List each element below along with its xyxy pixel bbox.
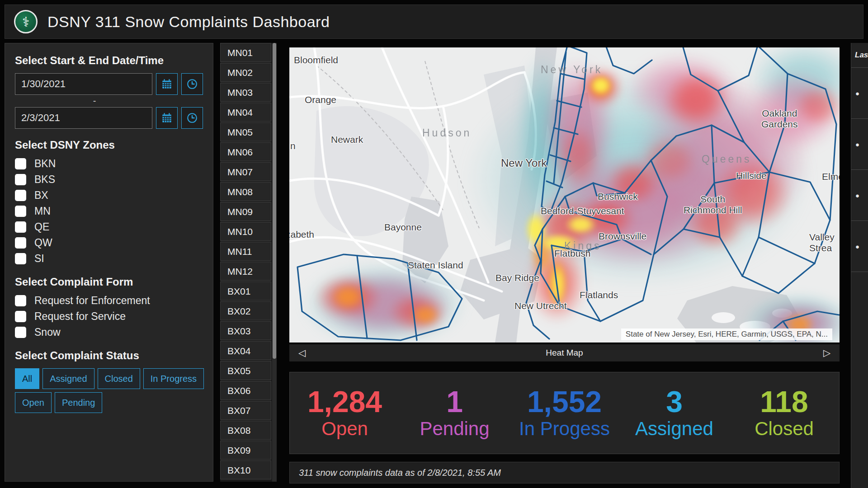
checkbox-icon[interactable] — [15, 295, 26, 306]
stat-value: 118 — [729, 386, 839, 418]
zone-checkbox-bx[interactable]: BX — [15, 189, 203, 202]
zone-checkbox-qe[interactable]: QE — [15, 221, 203, 233]
heat-map-viewport[interactable]: BloomfieldOrangeNewarknHudsonNew YorkBay… — [289, 47, 840, 343]
district-list-item-mn08[interactable]: MN08 — [220, 182, 271, 201]
next-map-arrow-icon[interactable]: ▷ — [818, 344, 836, 361]
district-list-item-mn12[interactable]: MN12 — [220, 262, 271, 281]
district-list-item-mn11[interactable]: MN11 — [220, 242, 271, 261]
checkbox-icon[interactable] — [15, 158, 26, 169]
checkbox-icon[interactable] — [15, 206, 26, 217]
zone-checkbox-bks[interactable]: BKS — [15, 174, 203, 186]
form-section-heading: Select Complaint Form — [15, 276, 203, 288]
status-button-closed[interactable]: Closed — [98, 368, 140, 389]
zone-label: QW — [34, 237, 52, 249]
checkbox-icon[interactable] — [15, 327, 26, 338]
map-label-bay-ridge: Bay Ridge — [495, 272, 539, 283]
form-checkbox-request-for-enforcement[interactable]: Request for Enforcement — [15, 295, 203, 307]
start-date-calendar-button[interactable] — [156, 73, 178, 95]
end-time-button[interactable] — [181, 107, 203, 129]
right-panel-row[interactable]: ● — [851, 68, 868, 119]
previous-map-arrow-icon[interactable]: ◁ — [293, 344, 311, 361]
checkbox-icon[interactable] — [15, 253, 26, 264]
zone-label: BX — [34, 189, 48, 202]
map-label-layer: BloomfieldOrangeNewarknHudsonNew YorkBay… — [289, 47, 840, 343]
checkbox-icon[interactable] — [15, 237, 26, 249]
status-button-all[interactable]: All — [15, 368, 39, 389]
start-time-button[interactable] — [181, 73, 203, 95]
district-list-item-bx02[interactable]: BX02 — [220, 301, 271, 320]
district-list-item-mn02[interactable]: MN02 — [220, 63, 271, 82]
right-panel-row[interactable]: ● — [851, 119, 868, 170]
date-range-separator: - — [15, 96, 174, 106]
stat-assigned: 3Assigned — [619, 386, 729, 440]
district-list-item-mn06[interactable]: MN06 — [220, 142, 271, 161]
bullet-icon: ● — [855, 89, 859, 97]
district-list-item-bx01[interactable]: BX01 — [220, 282, 271, 300]
district-list-item-bx09[interactable]: BX09 — [220, 441, 271, 460]
end-date-field-wrap — [15, 107, 152, 129]
start-date-input[interactable] — [15, 78, 152, 90]
checkbox-icon[interactable] — [15, 311, 26, 322]
status-button-group: AllAssignedClosedIn ProgressOpenPending — [15, 368, 205, 413]
end-date-input[interactable] — [15, 112, 152, 124]
district-list-item-bx04[interactable]: BX04 — [220, 341, 271, 360]
status-button-in-progress[interactable]: In Progress — [143, 368, 204, 389]
zone-checkbox-qw[interactable]: QW — [15, 237, 203, 249]
zone-checkbox-bkn[interactable]: BKN — [15, 158, 203, 170]
end-date-row — [15, 107, 203, 129]
right-cutoff-panel: Las ●●●● — [851, 43, 868, 488]
map-label-bloomfield: Bloomfield — [294, 55, 338, 66]
form-label: Request for Service — [34, 310, 126, 323]
district-list-item-mn04[interactable]: MN04 — [220, 103, 271, 122]
status-button-pending[interactable]: Pending — [55, 392, 102, 413]
district-list-scrollbar[interactable] — [272, 43, 277, 482]
stat-value: 1,552 — [509, 386, 619, 418]
checkbox-icon[interactable] — [15, 221, 26, 233]
end-date-calendar-button[interactable] — [156, 107, 178, 129]
scrollbar-thumb[interactable] — [273, 43, 276, 359]
map-label-queens: Queens — [702, 153, 752, 165]
right-panel-row[interactable]: ● — [851, 170, 868, 221]
map-label-oakland-gardens: Oakland Gardens — [761, 108, 798, 130]
form-label: Snow — [34, 326, 61, 338]
map-label-n: n — [290, 141, 296, 151]
stat-closed: 118Closed — [729, 386, 839, 440]
district-list-item-bx10[interactable]: BX10 — [220, 460, 271, 479]
status-button-assigned[interactable]: Assigned — [42, 368, 94, 389]
stat-in-progess: 1,552In Progess — [509, 386, 619, 440]
checkbox-icon[interactable] — [15, 174, 26, 185]
status-button-open[interactable]: Open — [15, 392, 52, 413]
district-list-item-bx07[interactable]: BX07 — [220, 401, 271, 420]
district-list-item-bx03[interactable]: BX03 — [220, 321, 271, 340]
zone-checkbox-mn[interactable]: MN — [15, 205, 203, 217]
district-list-item-mn01[interactable]: MN01 — [220, 43, 271, 62]
form-checkbox-request-for-service[interactable]: Request for Service — [15, 310, 203, 323]
page-title: DSNY 311 Snow Complaints Dashboard — [47, 13, 330, 31]
zone-label: BKN — [34, 158, 56, 170]
map-label-bedford-stuyvesant: Bedford-Stuyvesant — [541, 206, 624, 216]
map-label-new-york: New York — [501, 157, 547, 169]
map-label-staten-island: Staten Island — [408, 260, 463, 271]
date-section-heading: Select Start & End Date/Time — [15, 54, 203, 67]
checkbox-icon[interactable] — [15, 190, 26, 201]
district-list-item-mn05[interactable]: MN05 — [220, 122, 271, 141]
form-checkbox-snow[interactable]: Snow — [15, 326, 203, 338]
district-list-item-mn10[interactable]: MN10 — [220, 222, 271, 241]
zone-label: SI — [34, 253, 44, 265]
district-list-item-mn03[interactable]: MN03 — [220, 83, 271, 102]
calendar-icon — [161, 112, 173, 124]
right-panel-row[interactable]: ● — [851, 221, 868, 272]
district-list-item-bx05[interactable]: BX05 — [220, 361, 271, 380]
district-list-item-mn07[interactable]: MN07 — [220, 162, 271, 181]
stat-label: Assigned — [619, 418, 729, 440]
data-freshness-note: 311 snow complaints data as of 2/8/2021,… — [289, 462, 840, 483]
district-list-item-bx08[interactable]: BX08 — [220, 421, 271, 440]
district-list-item-mn09[interactable]: MN09 — [220, 202, 271, 221]
data-freshness-text: 311 snow complaints data as of 2/8/2021,… — [299, 468, 501, 478]
stat-open: 1,284Open — [290, 386, 400, 440]
zone-checkbox-si[interactable]: SI — [15, 253, 203, 265]
stat-value: 3 — [619, 386, 729, 418]
district-list-item-bx06[interactable]: BX06 — [220, 381, 271, 400]
complaint-stats-panel: 1,284Open1Pending1,552In Progess3Assigne… — [289, 372, 840, 454]
stat-label: Open — [290, 418, 400, 440]
